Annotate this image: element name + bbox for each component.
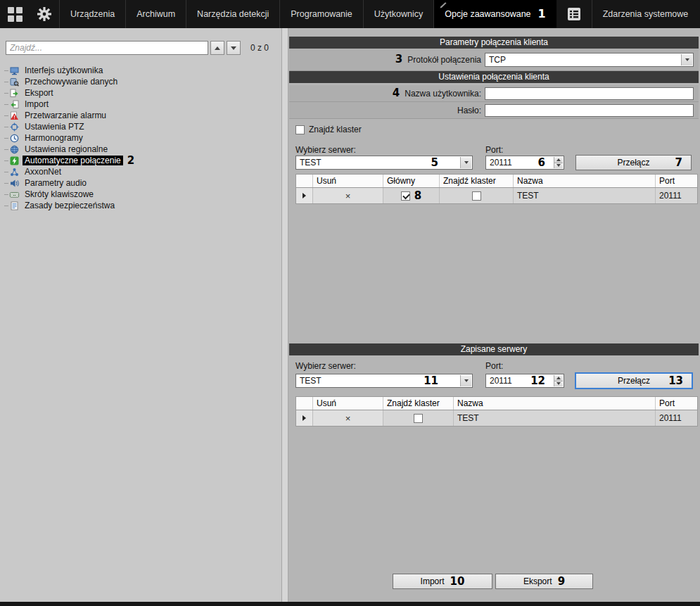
panel-splitter[interactable] [281,28,288,602]
chevron-down-icon[interactable] [460,157,471,168]
sidebar-item-eksport[interactable]: Eksport [1,87,280,99]
protocol-label: Protokół połączenia [407,55,481,65]
tab-uzytkownicy[interactable]: Użytkownicy [363,0,433,28]
protocol-select[interactable]: TCP [485,53,694,67]
annotation-11: 11 [424,376,438,386]
section-header-client-connection-settings: Ustawienia połączenia klienta [289,71,699,83]
export-button[interactable]: Eksport 9 [495,574,593,589]
sidebar-item-parametry-audio[interactable]: Parametry audio [1,177,280,189]
chevron-up-icon [215,46,220,50]
delete-server-button[interactable]: × [313,410,383,426]
cluster-servers-table: Usuń Główny Znajdź klaster Nazwa Port × … [295,174,698,204]
tree-connector [4,160,8,161]
search-input[interactable] [6,41,208,55]
tab-opcje-zaawansowane[interactable]: Opcje zaawansowane 1 [433,0,556,28]
sidebar-item-axxonnet[interactable]: AxxonNet [1,166,280,177]
find-cluster-label: Znajdź klaster [309,125,362,134]
section-header-client-connection-params: Parametry połączenia klienta [289,37,699,49]
auto-connection-settings-panel: Parametry połączenia klienta 3 Protokół … [288,28,700,602]
row-selector-cell[interactable] [296,188,313,203]
tab-label: Archiwum [136,9,175,19]
export-icon [10,89,19,98]
username-field[interactable] [485,87,694,100]
bottom-status-strip [0,602,700,606]
tree-item-label: Parametry audio [23,178,89,188]
tab-urzadzenia[interactable]: Urządzenia [59,0,125,28]
tab-narzedzia-detekcji[interactable]: Narzędzia detekcji [186,0,279,28]
server-name-cell[interactable]: TEST [454,410,656,426]
tab-zdarzenia-systemowe[interactable]: Zdarzenia systemowe [592,0,699,28]
sidebar-item-interfejs-uzytkownika[interactable]: Interfejs użytkownika [1,65,280,76]
server-port-cell[interactable]: 20111 [656,188,697,203]
annotation-13: 13 [668,376,683,386]
stepper-down-button[interactable] [554,381,563,387]
cluster-port-value: 20111 [490,158,512,168]
annotation-2: 2 [127,156,134,166]
alarm-icon [10,111,19,120]
stepper-buttons [554,157,563,168]
sidebar-item-import[interactable]: Import [1,99,280,110]
saved-port-stepper[interactable]: 20111 12 [485,374,564,388]
stepper-down-button[interactable] [554,163,563,169]
gear-glyph [36,6,53,23]
settings-sidebar: 0 z 0 Interfejs użytkownika Przechowywan… [0,28,281,602]
search-prev-button[interactable] [210,41,224,55]
cluster-server-select[interactable]: TEST 5 [295,156,473,170]
monitor-icon [10,66,19,75]
tab-programowanie[interactable]: Programowanie [279,0,363,28]
server-port-cell[interactable]: 20111 [656,410,697,426]
storage-search-icon [10,77,19,87]
tab-label: Urządzenia [70,9,115,19]
tree-connector [4,183,8,184]
connection-bolt-icon [10,156,19,165]
saved-switch-button[interactable]: Przełącz 13 [575,373,692,389]
chevron-down-icon[interactable] [681,54,692,65]
row-selector-header [296,175,313,187]
pencil-icon [440,1,447,11]
tree-item-label: Zasady bezpieczeństwa [23,201,117,210]
tab-label: Programowanie [291,9,352,19]
row-selector-cell[interactable] [296,410,313,426]
tree-connector [4,194,8,195]
sidebar-item-harmonogramy[interactable]: Harmonogramy [1,132,280,144]
cluster-switch-label: Przełącz [617,158,649,168]
column-header-usun: Usuń [313,397,383,410]
system-events-log-icon[interactable] [556,0,592,28]
sidebar-item-przechowywanie-danych[interactable]: Przechowywanie danych [1,76,280,87]
main-server-checkbox[interactable] [401,191,410,201]
settings-gear-icon[interactable] [30,0,59,28]
saved-server-select[interactable]: TEST 11 [295,374,473,388]
stepper-up-button[interactable] [554,375,563,381]
saved-switch-label: Przełącz [618,376,650,386]
tree-item-label: Przechowywanie danych [23,77,120,87]
select-server-label: Wybierz serwer: [295,145,356,155]
annotation-12: 12 [530,376,545,386]
search-result-count: 0 z 0 [250,43,269,53]
stepper-up-button[interactable] [554,157,563,163]
import-button[interactable]: Import 10 [393,574,492,589]
annotation-8: 8 [414,191,421,201]
password-field[interactable] [485,104,694,117]
row-find-cluster-checkbox[interactable] [414,414,423,423]
sidebar-item-skroty-klawiszowe[interactable]: Skróty klawiszowe [1,189,280,200]
tree-connector [4,70,8,71]
find-cluster-cell [440,188,514,203]
column-header-port: Port [656,397,697,410]
tree-item-label: Interfejs użytkownika [23,65,105,75]
sidebar-item-automatyczne-polaczenie[interactable]: Automatyczne połączenie 2 [1,155,280,166]
sidebar-item-przetwarzanie-alarmu[interactable]: Przetwarzanie alarmu [1,110,280,121]
delete-server-button[interactable]: × [313,188,383,203]
sidebar-item-ustawienia-ptz[interactable]: Ustawienia PTZ [1,121,280,132]
sidebar-item-ustawienia-regionalne[interactable]: Ustawienia regionalne [1,144,280,155]
cluster-port-stepper[interactable]: 20111 6 [485,156,564,170]
tab-archiwum[interactable]: Archiwum [125,0,186,28]
sidebar-item-zasady-bezpieczenstwa[interactable]: Zasady bezpieczeństwa [1,200,280,211]
row-find-cluster-checkbox[interactable] [472,191,481,201]
find-cluster-checkbox[interactable] [295,125,305,134]
apps-grid-icon[interactable] [0,0,30,28]
cluster-switch-button[interactable]: Przełącz 7 [575,155,692,170]
port-label: Port: [485,145,503,155]
chevron-down-icon[interactable] [460,375,471,386]
search-next-button[interactable] [227,41,241,55]
server-name-cell[interactable]: TEST [514,188,656,203]
